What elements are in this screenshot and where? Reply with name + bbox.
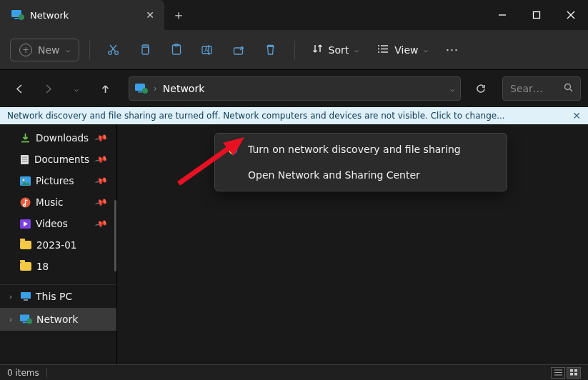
cut-button[interactable] (100, 36, 127, 64)
new-button[interactable]: + New ⌵ (10, 39, 79, 61)
icons-view-button[interactable] (567, 367, 581, 379)
svg-rect-39 (24, 299, 28, 301)
sidebar-item-folder[interactable]: 2023-01 (20, 234, 116, 256)
tree-item-network[interactable]: › Network (0, 308, 116, 331)
refresh-button[interactable] (468, 76, 494, 101)
sidebar-item-downloads[interactable]: Downloads 📌 (20, 127, 116, 149)
back-button[interactable] (7, 76, 31, 101)
sidebar-item-videos[interactable]: Videos 📌 (20, 213, 116, 234)
new-tab-button[interactable]: ＋ (164, 0, 193, 30)
sort-button[interactable]: Sort ⌵ (305, 39, 367, 60)
pin-icon: 📌 (94, 195, 109, 209)
ctx-turn-on-discovery[interactable]: Turn on network discovery and file shari… (218, 136, 504, 162)
status-items-count: 0 items (7, 368, 39, 378)
pin-icon: 📌 (94, 174, 109, 188)
sort-label: Sort (329, 44, 349, 56)
delete-button[interactable] (257, 36, 284, 64)
pc-icon (20, 291, 31, 301)
plus-icon: + (19, 44, 32, 56)
forward-button[interactable] (36, 76, 60, 101)
sidebar-item-pictures[interactable]: Pictures 📌 (20, 170, 116, 191)
svg-line-9 (111, 45, 117, 51)
chevron-down-icon[interactable]: ⌵ (450, 85, 454, 93)
sidebar-item-label: Music (36, 196, 63, 208)
sidebar-item-label: Pictures (36, 175, 74, 186)
expand-icon[interactable]: › (6, 315, 16, 324)
blank-icon (226, 169, 239, 181)
ctx-item-label: Open Network and Sharing Center (248, 169, 420, 181)
more-button[interactable]: ⋯ (439, 38, 465, 61)
tree-item-label: Network (36, 314, 78, 325)
info-bar-text: Network discovery and file sharing are t… (7, 111, 572, 121)
expand-icon[interactable]: › (6, 292, 16, 301)
separator (89, 41, 90, 59)
svg-rect-48 (570, 373, 573, 376)
search-input[interactable]: Sear… (502, 76, 581, 101)
svg-point-35 (23, 179, 25, 181)
view-label: View (394, 44, 418, 56)
paste-button[interactable] (163, 36, 190, 64)
pictures-icon (20, 176, 31, 186)
new-label: New (38, 44, 60, 56)
sidebar-item-folder[interactable]: 18 (20, 256, 116, 277)
network-icon (20, 314, 32, 324)
svg-line-28 (570, 89, 572, 91)
minimize-button[interactable] (485, 0, 519, 30)
navigation-tree: › This PC › Network (0, 284, 116, 336)
chevron-down-icon: ⌵ (66, 46, 70, 54)
toolbar: + New ⌵ A Sort ⌵ View ⌵ ⋯ (0, 30, 588, 70)
svg-point-8 (115, 51, 119, 55)
svg-rect-46 (570, 369, 573, 372)
sidebar: Downloads 📌 Documents 📌 Pictures 📌 Music… (0, 124, 117, 364)
folder-icon (20, 262, 31, 271)
sidebar-item-label: 18 (36, 261, 49, 272)
network-icon (135, 84, 148, 94)
quick-access-list: Downloads 📌 Documents 📌 Pictures 📌 Music… (0, 124, 116, 284)
sidebar-item-documents[interactable]: Documents 📌 (20, 149, 116, 170)
svg-text:A: A (204, 47, 209, 54)
view-button[interactable]: View ⌵ (370, 40, 435, 60)
svg-point-2 (19, 14, 24, 20)
chevron-down-icon: ⌵ (354, 46, 359, 54)
recent-button[interactable]: ⌵ (64, 76, 89, 101)
pin-icon: 📌 (94, 131, 109, 145)
copy-button[interactable] (131, 36, 159, 64)
details-view-button[interactable] (551, 367, 565, 379)
svg-rect-38 (21, 292, 31, 299)
folder-icon (20, 241, 31, 249)
network-icon (11, 10, 24, 20)
scrollbar[interactable] (114, 129, 116, 360)
maximize-button[interactable] (519, 0, 554, 30)
videos-icon (20, 219, 31, 229)
search-placeholder: Sear… (510, 83, 558, 94)
shield-icon (226, 143, 239, 156)
svg-point-42 (26, 319, 32, 324)
up-button[interactable] (93, 76, 117, 101)
view-icon (377, 44, 389, 56)
navigation-bar: ⌵ › Network ⌵ Sear… (0, 70, 588, 107)
ctx-open-sharing-center[interactable]: Open Network and Sharing Center (218, 162, 504, 188)
status-bar: 0 items (0, 364, 588, 380)
window-close-button[interactable] (554, 0, 588, 30)
rename-button[interactable]: A (194, 36, 221, 64)
svg-line-10 (110, 45, 116, 51)
info-bar[interactable]: Network discovery and file sharing are t… (0, 107, 588, 124)
browser-tab[interactable]: Network ✕ (0, 0, 164, 30)
address-bar[interactable]: › Network ⌵ (129, 76, 461, 101)
svg-rect-4 (534, 12, 540, 19)
svg-rect-25 (138, 91, 142, 93)
tab-close-button[interactable]: ✕ (144, 9, 156, 21)
chevron-right-icon: › (154, 84, 157, 94)
pin-icon: 📌 (94, 216, 109, 231)
share-button[interactable] (226, 36, 253, 64)
sort-icon (312, 44, 323, 56)
svg-rect-47 (574, 369, 577, 372)
search-icon (564, 83, 573, 94)
pin-icon: 📌 (94, 152, 109, 166)
info-bar-close-button[interactable]: ✕ (572, 110, 581, 121)
svg-rect-11 (142, 47, 149, 54)
tree-item-this-pc[interactable]: › This PC (0, 285, 116, 308)
tab-title: Network (30, 10, 139, 21)
address-text: Network (163, 83, 204, 94)
sidebar-item-music[interactable]: Music 📌 (20, 191, 116, 213)
